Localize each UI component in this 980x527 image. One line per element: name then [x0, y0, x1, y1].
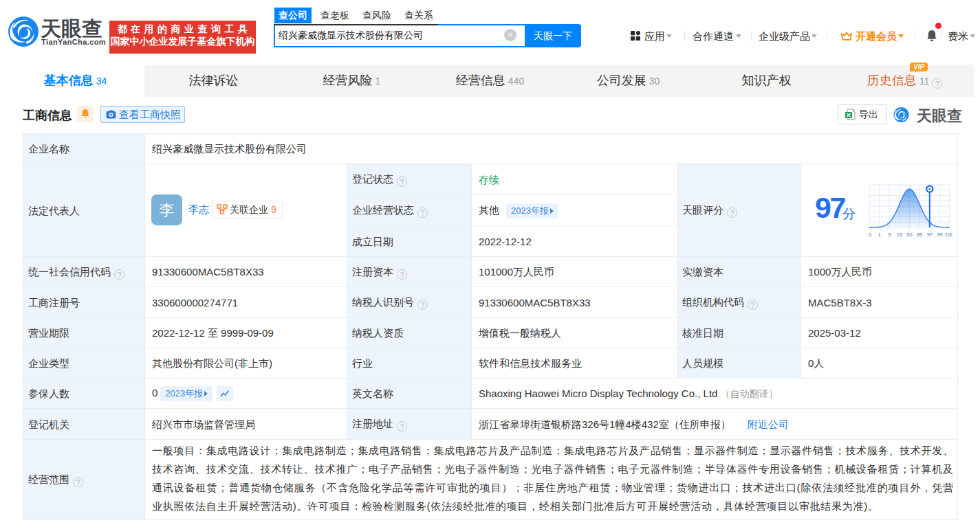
svg-text:天眼查: 天眼查 [916, 107, 962, 124]
svg-text:3: 3 [888, 232, 891, 238]
svg-text:97: 97 [927, 232, 933, 238]
svg-text:100: 100 [945, 232, 952, 238]
svg-text:85: 85 [917, 232, 922, 238]
svg-text:99: 99 [937, 232, 942, 238]
svg-text:0: 0 [869, 232, 871, 238]
svg-text:1: 1 [878, 232, 881, 238]
svg-text:15: 15 [897, 232, 902, 238]
svg-text:50: 50 [906, 232, 912, 238]
